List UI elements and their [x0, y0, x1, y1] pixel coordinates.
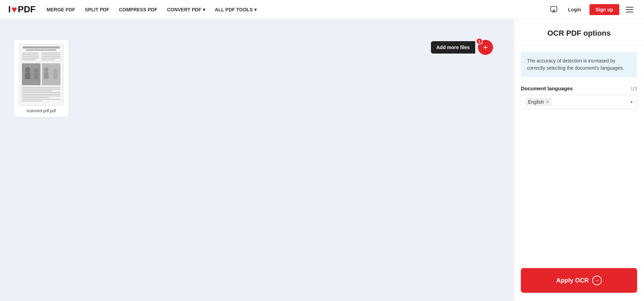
- apply-ocr-arrow-icon: →: [592, 276, 602, 285]
- svg-rect-9: [22, 58, 39, 59]
- svg-rect-33: [22, 97, 49, 98]
- doc-lang-count: 1/3: [631, 86, 637, 91]
- svg-rect-6: [22, 53, 39, 54]
- file-card: scanned-pdf.pdf: [14, 40, 69, 117]
- svg-rect-13: [42, 56, 60, 57]
- svg-point-25: [53, 69, 57, 73]
- plus-icon: +: [483, 43, 488, 51]
- svg-rect-34: [22, 99, 60, 100]
- add-files-badge: 1: [476, 38, 483, 45]
- language-select-chevron-icon: ▾: [630, 99, 633, 105]
- header: I ♥ PDF MERGE PDF SPLIT PDF COMPRESS PDF…: [0, 0, 644, 19]
- language-tag-english: English ×: [525, 98, 552, 106]
- menu-hamburger-icon[interactable]: [623, 3, 636, 16]
- svg-rect-21: [34, 73, 38, 79]
- tools-chevron-icon: ▾: [254, 7, 257, 12]
- content-area: Add more files 1 +: [0, 19, 514, 301]
- svg-rect-19: [25, 72, 31, 79]
- sidebar-footer: Apply OCR →: [514, 263, 644, 301]
- svg-rect-8: [22, 56, 39, 57]
- file-name: scanned-pdf.pdf: [26, 108, 56, 113]
- svg-rect-35: [22, 101, 42, 102]
- svg-rect-4: [23, 46, 60, 48]
- download-icon[interactable]: [548, 3, 560, 16]
- svg-rect-7: [22, 54, 39, 55]
- nav-compress-pdf[interactable]: COMPRESS PDF: [119, 7, 157, 12]
- sidebar-body: The accuracy of detection is increased b…: [514, 45, 644, 263]
- svg-rect-29: [22, 90, 52, 91]
- svg-rect-27: [22, 87, 60, 88]
- svg-rect-26: [53, 73, 57, 79]
- sidebar-title: OCR PDF options: [514, 19, 644, 45]
- svg-rect-11: [42, 53, 60, 54]
- file-thumbnail: [19, 44, 63, 106]
- svg-point-23: [44, 67, 49, 72]
- convert-chevron-icon: ▾: [203, 7, 205, 12]
- apply-ocr-button[interactable]: Apply OCR →: [521, 268, 637, 293]
- logo[interactable]: I ♥ PDF: [8, 4, 36, 15]
- svg-rect-14: [42, 58, 60, 59]
- svg-rect-28: [22, 89, 60, 90]
- logo-pdf: PDF: [18, 4, 36, 15]
- nav-merge-pdf[interactable]: MERGE PDF: [47, 7, 75, 12]
- svg-rect-10: [22, 59, 35, 60]
- doc-lang-header: Document languages 1/3: [521, 85, 637, 91]
- add-more-files-button[interactable]: 1 +: [478, 40, 493, 55]
- svg-rect-31: [22, 94, 60, 95]
- svg-rect-30: [22, 92, 60, 93]
- svg-rect-32: [22, 95, 60, 96]
- nav-all-pdf-tools[interactable]: ALL PDF TOOLS ▾: [215, 7, 257, 12]
- svg-point-20: [34, 68, 38, 73]
- svg-rect-24: [44, 72, 49, 79]
- nav-convert-pdf[interactable]: CONVERT PDF ▾: [167, 7, 205, 12]
- signup-button[interactable]: Sign up: [589, 4, 619, 15]
- info-box: The accuracy of detection is increased b…: [521, 52, 637, 77]
- sidebar: OCR PDF options The accuracy of detectio…: [514, 19, 644, 301]
- header-right: Login Sign up: [548, 3, 636, 16]
- doc-lang-section: Document languages 1/3 English × ▾: [521, 85, 637, 109]
- svg-rect-12: [42, 54, 60, 55]
- nav-split-pdf[interactable]: SPLIT PDF: [85, 7, 109, 12]
- apply-ocr-label: Apply OCR: [556, 277, 589, 284]
- language-tag-label: English: [528, 99, 544, 105]
- logo-i: I: [8, 4, 11, 15]
- svg-rect-5: [26, 49, 57, 51]
- add-files-area: Add more files 1 +: [431, 40, 493, 55]
- logo-heart-icon: ♥: [11, 4, 17, 15]
- main-layout: Add more files 1 +: [0, 19, 644, 301]
- svg-point-18: [25, 67, 31, 72]
- doc-lang-label: Document languages: [521, 85, 573, 91]
- add-more-files-label: Add more files: [431, 41, 475, 54]
- language-tag-close-icon[interactable]: ×: [546, 99, 549, 105]
- language-select[interactable]: English × ▾: [521, 95, 637, 109]
- svg-rect-15: [42, 59, 55, 60]
- main-nav: MERGE PDF SPLIT PDF COMPRESS PDF CONVERT…: [47, 7, 537, 12]
- login-button[interactable]: Login: [564, 5, 585, 14]
